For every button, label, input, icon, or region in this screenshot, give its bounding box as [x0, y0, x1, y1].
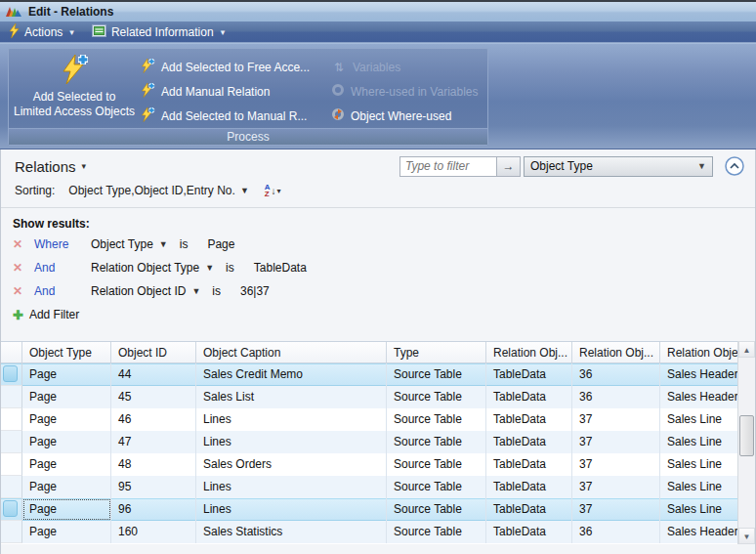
- table-cell[interactable]: Lines: [196, 408, 387, 431]
- table-cell[interactable]: Page: [22, 453, 111, 476]
- add-manual-relation-button[interactable]: Add Manual Relation: [140, 79, 331, 104]
- table-cell[interactable]: Source Table: [387, 408, 486, 431]
- table-cell[interactable]: Sales Line: [660, 453, 739, 476]
- table-cell[interactable]: Page: [22, 431, 111, 453]
- table-cell[interactable]: Source Table: [387, 386, 486, 408]
- table-row[interactable]: Page48Sales OrdersSource TableTableData3…: [1, 453, 755, 476]
- table-cell[interactable]: Lines: [196, 498, 387, 521]
- table-cell[interactable]: Page: [22, 498, 111, 521]
- row-selector[interactable]: [1, 408, 22, 431]
- table-cell[interactable]: 48: [111, 453, 196, 476]
- table-row[interactable]: Page44Sales Credit MemoSource TableTable…: [1, 363, 755, 386]
- filter-value[interactable]: Page: [207, 237, 234, 251]
- table-cell[interactable]: Page: [22, 476, 111, 498]
- table-cell[interactable]: Page: [22, 386, 111, 408]
- table-cell[interactable]: TableData: [486, 521, 572, 543]
- filter-connector-link[interactable]: And: [34, 261, 91, 275]
- filter-input[interactable]: [399, 156, 497, 177]
- add-selected-to-limited-access-objects-button[interactable]: Add Selected to Limited Access Objects: [9, 49, 140, 128]
- table-row[interactable]: Page47LinesSource TableTableData37Sales …: [1, 431, 755, 453]
- table-cell[interactable]: TableData: [486, 408, 572, 431]
- vertical-scrollbar[interactable]: ▲ ▼: [737, 341, 755, 544]
- table-cell[interactable]: Page: [22, 521, 111, 543]
- column-header[interactable]: Type: [387, 342, 486, 362]
- table-cell[interactable]: Sales Header: [660, 521, 739, 543]
- menu-related-information[interactable]: Related Information ▾: [83, 21, 233, 42]
- table-row[interactable]: Page95LinesSource TableTableData37Sales …: [1, 476, 755, 498]
- pane-title[interactable]: Relations ▾: [15, 158, 86, 175]
- table-cell[interactable]: Source Table: [387, 476, 486, 498]
- table-cell[interactable]: 37: [572, 431, 660, 453]
- table-cell[interactable]: 44: [111, 363, 196, 386]
- remove-filter-icon[interactable]: ✕: [13, 284, 28, 298]
- row-selector[interactable]: [1, 453, 22, 476]
- collapse-pane-button[interactable]: [724, 155, 745, 177]
- table-cell[interactable]: 36: [572, 521, 660, 543]
- table-cell[interactable]: 160: [111, 521, 196, 543]
- remove-filter-icon[interactable]: ✕: [13, 237, 28, 251]
- table-row[interactable]: Page160Sales StatisticsSource TableTable…: [1, 521, 755, 543]
- filter-value[interactable]: TableData: [254, 261, 307, 275]
- row-selector[interactable]: [1, 476, 22, 498]
- table-cell[interactable]: TableData: [486, 498, 572, 521]
- table-cell[interactable]: Source Table: [387, 498, 486, 521]
- table-cell[interactable]: 37: [572, 453, 660, 476]
- table-cell[interactable]: Source Table: [387, 521, 486, 543]
- table-cell[interactable]: Sales Line: [660, 408, 739, 431]
- table-cell[interactable]: Source Table: [387, 363, 486, 386]
- table-cell[interactable]: Sales Credit Memo: [196, 363, 387, 386]
- sort-direction-button[interactable]: AZ ↓ ▾: [265, 184, 281, 197]
- filter-connector-link[interactable]: And: [34, 284, 91, 298]
- table-cell[interactable]: 37: [572, 498, 660, 521]
- filter-field-dropdown[interactable]: Relation Object Type ▼: [91, 261, 214, 275]
- table-cell[interactable]: Source Table: [387, 431, 486, 453]
- table-cell[interactable]: Sales Header: [660, 363, 739, 386]
- add-selected-to-free-access-button[interactable]: Add Selected to Free Acce...: [140, 55, 331, 79]
- table-row[interactable]: Page46LinesSource TableTableData37Sales …: [1, 408, 755, 431]
- table-cell[interactable]: 36: [572, 363, 660, 386]
- column-header[interactable]: Object Caption: [196, 342, 387, 362]
- apply-filter-button[interactable]: →: [497, 156, 521, 177]
- table-cell[interactable]: Page: [22, 363, 111, 386]
- filter-field-dropdown[interactable]: Relation Object ID ▼: [91, 284, 200, 298]
- row-selector[interactable]: [1, 521, 22, 543]
- object-where-used-button[interactable]: Object Where-used: [331, 104, 487, 128]
- table-row[interactable]: Page45Sales ListSource TableTableData36S…: [1, 386, 755, 408]
- row-selector[interactable]: [1, 498, 22, 521]
- table-cell[interactable]: Lines: [196, 431, 387, 453]
- table-row[interactable]: Page96LinesSource TableTableData37Sales …: [1, 498, 755, 521]
- column-header[interactable]: Relation Objec: [660, 342, 739, 362]
- add-filter-button[interactable]: ✚ Add Filter: [1, 303, 755, 326]
- table-cell[interactable]: 46: [111, 408, 196, 431]
- sorting-dropdown[interactable]: Object Type,Object ID,Entry No. ▼: [68, 184, 248, 197]
- filter-value[interactable]: 36|37: [240, 284, 270, 298]
- table-cell[interactable]: Page: [22, 408, 111, 431]
- remove-filter-icon[interactable]: ✕: [13, 261, 28, 275]
- scroll-up-button[interactable]: ▲: [738, 341, 755, 358]
- table-cell[interactable]: TableData: [486, 431, 572, 453]
- table-cell[interactable]: 96: [111, 498, 196, 521]
- filter-field-dropdown[interactable]: Object Type ▼: [91, 237, 168, 251]
- menu-actions[interactable]: Actions ▾: [0, 21, 83, 42]
- table-cell[interactable]: Sales Line: [660, 476, 739, 498]
- column-header[interactable]: Object ID: [111, 342, 196, 362]
- column-header[interactable]: Relation Obj...: [486, 342, 572, 362]
- filter-connector-link[interactable]: Where: [34, 237, 91, 251]
- table-cell[interactable]: Source Table: [387, 453, 486, 476]
- row-selector[interactable]: [1, 363, 22, 386]
- table-cell[interactable]: TableData: [486, 386, 572, 408]
- table-cell[interactable]: Sales List: [196, 386, 387, 408]
- table-cell[interactable]: 95: [111, 476, 196, 498]
- row-selector[interactable]: [1, 386, 22, 408]
- table-cell[interactable]: 45: [111, 386, 196, 408]
- row-selector[interactable]: [1, 431, 22, 453]
- vertical-scroll-thumb[interactable]: [739, 415, 754, 456]
- scroll-down-button[interactable]: ▼: [738, 528, 755, 544]
- table-cell[interactable]: TableData: [486, 453, 572, 476]
- table-cell[interactable]: Sales Header: [660, 386, 739, 408]
- table-cell[interactable]: Lines: [196, 476, 387, 498]
- table-cell[interactable]: 37: [572, 476, 660, 498]
- table-cell[interactable]: Sales Statistics: [196, 521, 387, 543]
- add-selected-to-manual-relations-button[interactable]: Add Selected to Manual R...: [140, 104, 331, 128]
- filter-column-dropdown[interactable]: Object Type ▼: [524, 156, 713, 177]
